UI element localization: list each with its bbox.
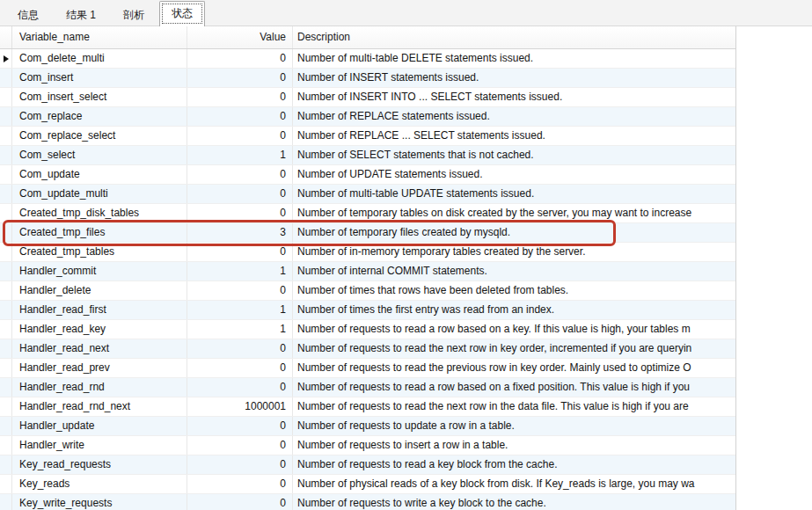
- cell-variable-name: Com_update_multi: [12, 185, 187, 203]
- table-row[interactable]: Key_read_requests 0 Number of requests t…: [0, 455, 735, 475]
- row-gutter[interactable]: [0, 359, 12, 377]
- cell-variable-name: Handler_read_prev: [12, 359, 187, 377]
- row-gutter[interactable]: [0, 146, 12, 164]
- row-gutter[interactable]: [0, 378, 12, 397]
- cell-description: Number of temporary files created by mys…: [293, 223, 735, 242]
- row-gutter[interactable]: [0, 494, 12, 510]
- table-row[interactable]: Handler_read_first 1 Number of times the…: [0, 301, 735, 320]
- table-row[interactable]: Key_write_requests 0 Number of requests …: [0, 494, 735, 510]
- tab-status[interactable]: 状态: [159, 1, 205, 26]
- row-gutter[interactable]: [0, 69, 12, 87]
- table-row[interactable]: Created_tmp_disk_tables 0 Number of temp…: [0, 204, 735, 223]
- table-row[interactable]: Created_tmp_tables 0 Number of in-memory…: [0, 243, 735, 262]
- cell-description: Number of requests to read the next row …: [293, 397, 735, 416]
- cell-variable-name: Key_reads: [12, 475, 187, 493]
- row-gutter[interactable]: [0, 417, 12, 435]
- table-row[interactable]: Key_reads 0 Number of physical reads of …: [0, 475, 735, 494]
- table-row[interactable]: Handler_delete 0 Number of times that ro…: [0, 281, 735, 301]
- cell-variable-name: Key_read_requests: [12, 455, 187, 474]
- cell-value: 0: [187, 475, 293, 493]
- row-gutter[interactable]: [0, 436, 12, 455]
- cell-variable-name: Handler_read_key: [12, 320, 187, 339]
- row-gutter[interactable]: [0, 475, 12, 493]
- table-row[interactable]: Handler_read_rnd 0 Number of requests to…: [0, 378, 735, 397]
- cell-description: Number of times that rows have been dele…: [293, 281, 735, 300]
- cell-value: 0: [187, 49, 293, 68]
- table-row[interactable]: Com_insert 0 Number of INSERT statements…: [0, 69, 735, 88]
- cell-value: 0: [187, 204, 293, 222]
- cell-variable-name: Handler_read_next: [12, 339, 187, 358]
- tab-info[interactable]: 信息: [5, 4, 51, 26]
- column-header-variable-name[interactable]: Variable_name: [12, 26, 187, 48]
- table-row[interactable]: Handler_write 0 Number of requests to in…: [0, 436, 735, 455]
- cell-variable-name: Handler_write: [12, 436, 187, 455]
- table-header: Variable_name Value Description: [0, 26, 735, 49]
- table-row[interactable]: Handler_update 0 Number of requests to u…: [0, 417, 735, 436]
- table-row[interactable]: Com_select 1 Number of SELECT statements…: [0, 146, 735, 165]
- row-gutter[interactable]: [0, 88, 12, 106]
- row-gutter[interactable]: [0, 243, 12, 261]
- table-row[interactable]: Com_insert_select 0 Number of INSERT INT…: [0, 88, 735, 107]
- cell-value: 0: [187, 185, 293, 203]
- row-gutter[interactable]: [0, 397, 12, 416]
- cell-value: 0: [187, 69, 293, 87]
- row-gutter[interactable]: [0, 320, 12, 339]
- table-row[interactable]: Com_delete_multi 0 Number of multi-table…: [0, 49, 735, 69]
- cell-description: Number of requests to read the next row …: [293, 339, 735, 358]
- row-gutter[interactable]: [0, 185, 12, 203]
- cell-description: Number of REPLACE statements issued.: [293, 107, 735, 126]
- table-row[interactable]: Created_tmp_files 3 Number of temporary …: [0, 223, 735, 243]
- cell-value: 0: [187, 494, 293, 510]
- cell-variable-name: Com_replace_select: [12, 127, 187, 145]
- cell-value: 1: [187, 262, 293, 280]
- cell-description: Number of internal COMMIT statements.: [293, 262, 735, 280]
- row-gutter[interactable]: [0, 204, 12, 222]
- column-header-value[interactable]: Value: [187, 26, 293, 48]
- table-row[interactable]: Handler_read_prev 0 Number of requests t…: [0, 359, 735, 378]
- cell-value: 1: [187, 146, 293, 164]
- cell-value: 0: [187, 243, 293, 261]
- table-row[interactable]: Handler_read_key 1 Number of requests to…: [0, 320, 735, 339]
- tab-result-1[interactable]: 结果 1: [54, 4, 108, 26]
- row-gutter[interactable]: [0, 455, 12, 474]
- cell-variable-name: Handler_read_first: [12, 301, 187, 319]
- cell-value: 1000001: [187, 397, 293, 416]
- row-gutter[interactable]: [0, 165, 12, 184]
- header-gutter: [0, 26, 12, 48]
- row-gutter[interactable]: [0, 223, 12, 242]
- cell-value: 0: [187, 436, 293, 455]
- cell-description: Number of requests to read a row based o…: [293, 320, 735, 339]
- table-row[interactable]: Com_replace 0 Number of REPLACE statemen…: [0, 107, 735, 127]
- table-row[interactable]: Com_update_multi 0 Number of multi-table…: [0, 185, 735, 204]
- cell-description: Number of temporary tables on disk creat…: [293, 204, 735, 222]
- row-gutter[interactable]: [0, 262, 12, 280]
- tab-profile[interactable]: 剖析: [111, 4, 157, 26]
- row-gutter[interactable]: [0, 301, 12, 319]
- cell-value: 0: [187, 378, 293, 397]
- column-header-description[interactable]: Description: [293, 26, 735, 48]
- table-row[interactable]: Handler_read_next 0 Number of requests t…: [0, 339, 735, 359]
- cell-value: 0: [187, 359, 293, 377]
- cell-description: Number of physical reads of a key block …: [293, 475, 735, 493]
- row-gutter[interactable]: [0, 127, 12, 145]
- cell-description: Number of requests to write a key block …: [293, 494, 735, 510]
- row-gutter[interactable]: [0, 339, 12, 358]
- row-gutter[interactable]: [0, 49, 12, 68]
- cell-description: Number of INSERT INTO ... SELECT stateme…: [293, 88, 735, 106]
- cell-description: Number of multi-table DELETE statements …: [293, 49, 735, 68]
- cell-variable-name: Com_select: [12, 146, 187, 164]
- table-row[interactable]: Com_replace_select 0 Number of REPLACE .…: [0, 127, 735, 146]
- table-row[interactable]: Com_update 0 Number of UPDATE statements…: [0, 165, 735, 185]
- row-gutter[interactable]: [0, 281, 12, 300]
- row-gutter[interactable]: [0, 107, 12, 126]
- cell-variable-name: Com_insert: [12, 69, 187, 87]
- cell-value: 0: [187, 127, 293, 145]
- cell-variable-name: Created_tmp_disk_tables: [12, 204, 187, 222]
- cell-variable-name: Handler_read_rnd: [12, 378, 187, 397]
- cell-description: Number of requests to insert a row in a …: [293, 436, 735, 455]
- table-row[interactable]: Handler_commit 1 Number of internal COMM…: [0, 262, 735, 281]
- cell-description: Number of multi-table UPDATE statements …: [293, 185, 735, 203]
- cell-value: 0: [187, 339, 293, 358]
- table-row[interactable]: Handler_read_rnd_next 1000001 Number of …: [0, 397, 735, 417]
- cell-description: Number of requests to read a row based o…: [293, 378, 735, 397]
